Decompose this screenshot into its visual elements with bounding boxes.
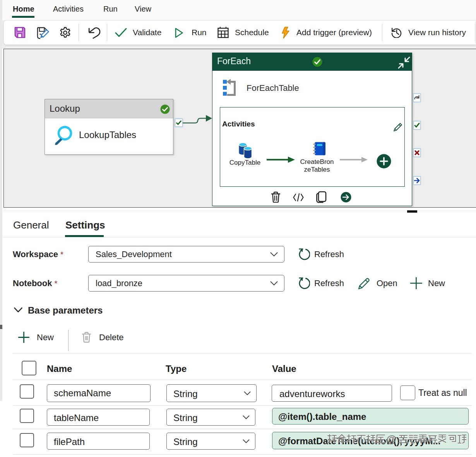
svg-text:@: @ — [386, 433, 396, 445]
